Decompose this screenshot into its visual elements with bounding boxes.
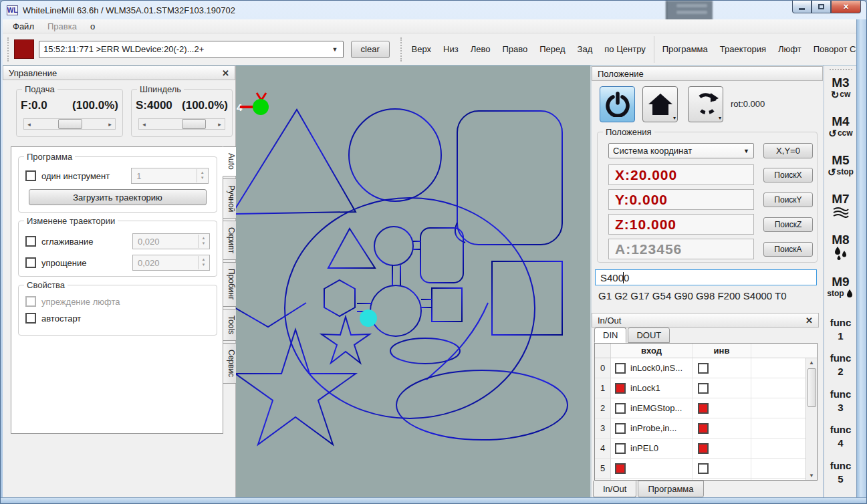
feed-override-slider[interactable]: ◂ ▸: [23, 118, 116, 130]
func5-button[interactable]: func 5: [826, 456, 856, 492]
din-invert-checkbox[interactable]: [698, 423, 709, 434]
din-state-checkbox[interactable]: [615, 463, 626, 474]
func4-line1: func: [826, 423, 856, 436]
maximize-button[interactable]: [812, 1, 831, 13]
view-top-button[interactable]: Верх: [407, 40, 437, 58]
coord-system-combobox[interactable]: Система координат ▼: [608, 143, 754, 158]
din-state-checkbox[interactable]: [615, 423, 626, 434]
toolbar-grip[interactable]: [830, 69, 852, 72]
view-center-button[interactable]: по Центру: [600, 40, 650, 58]
show-backlash-button[interactable]: Люфт: [773, 40, 806, 58]
din-state-checkbox[interactable]: [615, 383, 626, 394]
mist-icon: [833, 206, 849, 218]
din-invert-checkbox[interactable]: [698, 383, 709, 394]
m4-spindle-ccw-button[interactable]: M4 ↺ccw: [826, 113, 856, 142]
toolbar-grip[interactable]: [7, 37, 10, 61]
menu-edit[interactable]: Правка: [41, 20, 83, 33]
one-tool-spinbox[interactable]: 1 ▲▼: [131, 168, 209, 184]
m5-spindle-stop-button[interactable]: M5 ↺stop: [826, 152, 856, 181]
slider-right-arrow-icon[interactable]: ▸: [105, 121, 115, 128]
spinner-arrows-icon[interactable]: ▲▼: [198, 235, 209, 248]
simplify-spinbox[interactable]: 0,020 ▲▼: [132, 255, 210, 271]
window-right-border: [856, 19, 866, 503]
din-invert-checkbox[interactable]: [698, 403, 709, 414]
smoothing-label: сглаживание: [41, 237, 93, 247]
scrollbar-thumb[interactable]: [808, 368, 816, 407]
home-a-button[interactable]: ПоискA: [763, 242, 813, 257]
menu-about[interactable]: о: [84, 20, 101, 33]
close-button[interactable]: ✕: [831, 1, 861, 13]
slider-left-arrow-icon[interactable]: ◂: [24, 121, 34, 128]
minimize-button[interactable]: [792, 1, 812, 13]
autostart-checkbox[interactable]: [25, 313, 36, 324]
din-invert-checkbox[interactable]: [698, 463, 709, 474]
din-invert-checkbox[interactable]: [698, 443, 709, 454]
view-front-button[interactable]: Перед: [535, 40, 570, 58]
clear-log-label: clear: [361, 44, 380, 54]
spinner-arrows-icon[interactable]: ▲▼: [198, 256, 209, 269]
view-back-button[interactable]: Зад: [573, 40, 598, 58]
spindle-slider-thumb[interactable]: [182, 119, 206, 129]
toolbar-separator: [654, 36, 654, 63]
tab-inout[interactable]: In/Out: [593, 481, 636, 497]
clear-log-button[interactable]: clear: [351, 41, 390, 58]
din-state-checkbox[interactable]: [615, 403, 626, 414]
view-left-button[interactable]: Лево: [466, 40, 495, 58]
m3-spindle-cw-button[interactable]: M3 ↻cw: [826, 74, 856, 104]
close-icon[interactable]: ✕: [222, 69, 229, 78]
one-tool-checkbox[interactable]: [25, 170, 36, 181]
xy-zero-label: X,Y=0: [776, 146, 800, 156]
rotate-cs-button[interactable]: ▾: [688, 86, 723, 122]
func4-button[interactable]: func 4: [826, 420, 856, 456]
slider-left-arrow-icon[interactable]: ◂: [139, 121, 149, 128]
toolbar-grip-2[interactable]: [400, 37, 403, 61]
slider-right-arrow-icon[interactable]: ▸: [215, 121, 225, 128]
position-panel-header: Положение: [592, 66, 823, 81]
mdi-command-input[interactable]: S4000: [595, 269, 817, 285]
scroll-down-icon[interactable]: ▼: [809, 473, 814, 479]
show-program-button[interactable]: Программа: [658, 40, 713, 58]
m8-coolant-button[interactable]: M8: [826, 231, 856, 264]
spinner-arrows-icon[interactable]: ▲▼: [197, 169, 207, 182]
func2-button[interactable]: func 2: [826, 348, 856, 384]
close-icon[interactable]: ✕: [806, 316, 813, 325]
xy-zero-button[interactable]: X,Y=0: [763, 143, 813, 158]
feed-slider-thumb[interactable]: [58, 119, 82, 129]
home-z-button[interactable]: ПоискZ: [763, 217, 813, 232]
home-x-button[interactable]: ПоискX: [763, 168, 813, 182]
log-combobox-value: 15:52:11:771 >ERR WLDevice:20(-2)...2+: [43, 44, 204, 54]
view-right-button[interactable]: Право: [497, 40, 532, 58]
home-y-button[interactable]: ПоискY: [763, 193, 813, 207]
scroll-up-icon[interactable]: ▲: [809, 360, 814, 366]
func1-button[interactable]: func 1: [826, 313, 856, 349]
din-state-checkbox[interactable]: [615, 443, 626, 454]
din-table-scrollbar[interactable]: ▲ ▼: [806, 358, 817, 480]
ccw-text: ccw: [838, 129, 853, 137]
tab-dout[interactable]: DOUT: [628, 328, 670, 343]
load-trajectory-button[interactable]: Загрузить траекторию: [29, 189, 207, 205]
feed-value: F:0.0: [21, 99, 47, 112]
z-coordinate-display: Z:10.000: [608, 214, 754, 235]
func3-button[interactable]: func 3: [826, 384, 856, 420]
smoothing-checkbox[interactable]: [25, 236, 36, 247]
spindle-override-slider[interactable]: ◂ ▸: [138, 118, 225, 130]
home-button[interactable]: ▾: [642, 86, 678, 122]
display-toggle-group: Программа Траектория Люфт Поворот СК: [658, 40, 866, 58]
m7-mist-button[interactable]: M7: [826, 191, 856, 222]
mcode-toolbar: M3 ↻cw M4 ↺ccw M5 ↺stop M7 M8: [824, 66, 857, 499]
smoothing-spinbox[interactable]: 0,020 ▲▼: [132, 233, 210, 249]
backlash-checkbox[interactable]: [25, 296, 36, 307]
simplify-checkbox[interactable]: [25, 257, 36, 268]
show-trajectory-button[interactable]: Траектория: [715, 40, 771, 58]
view-bottom-button[interactable]: Низ: [439, 40, 463, 58]
control-panel-header: Управление ✕: [3, 66, 235, 80]
menu-file[interactable]: Файл: [7, 20, 40, 33]
tab-program[interactable]: Программа: [638, 481, 703, 497]
tab-din[interactable]: DIN: [594, 328, 626, 343]
din-state-checkbox[interactable]: [615, 363, 626, 374]
m9-coolant-stop-button[interactable]: M9 stop: [826, 273, 856, 302]
power-button[interactable]: [600, 86, 635, 122]
log-combobox[interactable]: 15:52:11:771 >ERR WLDevice:20(-2)...2+ ▼: [39, 41, 344, 58]
trajectory-canvas[interactable]: 4: [236, 66, 592, 499]
din-invert-checkbox[interactable]: [698, 363, 709, 374]
